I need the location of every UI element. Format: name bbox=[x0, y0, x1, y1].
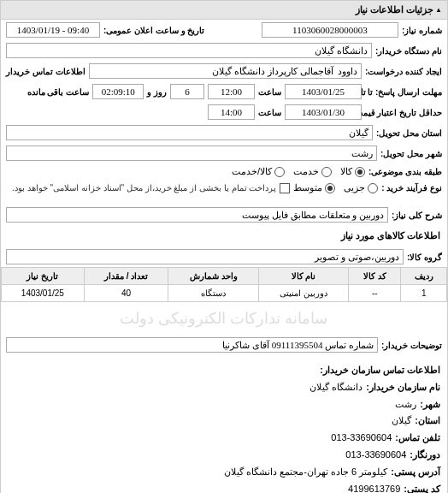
desc-input[interactable] bbox=[6, 207, 388, 223]
buyer-notes-label: توضیحات خریدار: bbox=[381, 341, 442, 350]
ci-address-label: آدرس پستی: bbox=[391, 464, 440, 481]
time-label-1: ساعت bbox=[258, 87, 281, 97]
buyer-org-label: نام دستگاه خریدار: bbox=[375, 46, 442, 56]
radio-medium-label: متوسط bbox=[293, 182, 322, 193]
remain-label: ساعت باقی مانده bbox=[27, 87, 90, 97]
group-input[interactable] bbox=[6, 249, 404, 264]
request-no-label: شماره نیاز: bbox=[402, 26, 442, 35]
radio-medium[interactable] bbox=[325, 183, 335, 193]
contact-title: اطلاعات تماس سازمان خریدار: bbox=[320, 362, 440, 379]
city-label: شهر محل تحویل: bbox=[380, 149, 442, 158]
table-header: ردیف bbox=[401, 268, 447, 285]
radio-khedmat[interactable] bbox=[321, 167, 332, 177]
request-no-input[interactable] bbox=[262, 22, 398, 38]
validity-date-input[interactable] bbox=[285, 104, 362, 120]
table-cell: 40 bbox=[84, 285, 168, 302]
ci-address: کیلومتر 6 جاده تهران-مجتمع دانشگاه گیلان bbox=[224, 464, 387, 481]
pay-checkbox[interactable] bbox=[280, 183, 290, 193]
radio-small-label: جزیی bbox=[344, 182, 365, 193]
radio-kala-label: کالا bbox=[340, 166, 352, 177]
day-label: روز و bbox=[147, 87, 167, 97]
process-radio-group: جزیی متوسط bbox=[293, 182, 378, 193]
panel-title: جزئیات اطلاعات نیاز bbox=[356, 4, 433, 15]
ci-province-label: استان: bbox=[415, 413, 440, 430]
buyer-notes-input[interactable] bbox=[6, 337, 378, 353]
table-header: کد کالا bbox=[349, 268, 401, 285]
table-cell: دستگاه bbox=[168, 285, 258, 302]
table-cell: دوربین امنیتی bbox=[258, 285, 348, 302]
table-row[interactable]: 1--دوربین امنیتیدستگاه401403/01/25 bbox=[2, 285, 447, 302]
announce-input[interactable] bbox=[6, 22, 100, 38]
announce-label: تاریخ و ساعت اعلان عمومی: bbox=[103, 26, 204, 35]
ci-fax-label: دورنگار: bbox=[410, 447, 440, 464]
desc-label: شرح کلی نیاز: bbox=[392, 211, 442, 220]
table-header: تاریخ نیاز bbox=[2, 268, 85, 285]
panel-header[interactable]: جزئیات اطلاعات نیاز bbox=[1, 1, 447, 20]
ci-postcode: 4199613769 bbox=[348, 481, 400, 493]
buyer-contact-label: اطلاعات تماس خریدار bbox=[6, 67, 85, 76]
ci-phone-label: تلفن تماس: bbox=[395, 430, 440, 447]
remain-time-input[interactable] bbox=[92, 84, 144, 99]
deadline-date-input[interactable] bbox=[285, 84, 362, 99]
radio-small[interactable] bbox=[368, 183, 378, 193]
radio-khedmat-label: خدمت bbox=[293, 166, 319, 177]
radio-kalakhedmat[interactable] bbox=[274, 167, 285, 177]
table-cell: 1403/01/25 bbox=[2, 285, 85, 302]
province-input[interactable] bbox=[6, 125, 373, 140]
radio-kalakhedmat-label: کالا/خدمت bbox=[232, 166, 272, 177]
table-header: تعداد / مقدار bbox=[84, 268, 168, 285]
ci-province: گیلان bbox=[392, 413, 411, 430]
subject-type-label: طبقه بندی موضوعی: bbox=[368, 167, 442, 176]
ci-fax: 013-33690604 bbox=[345, 447, 406, 464]
ci-postcode-label: کد پستی: bbox=[404, 481, 440, 493]
table-header: واحد شمارش bbox=[168, 268, 258, 285]
pay-note: پرداخت تمام یا بخشی از مبلغ خرید،از محل … bbox=[12, 183, 276, 193]
creator-label: ایجاد کننده درخواست: bbox=[365, 67, 442, 76]
watermark: سامانه تدارکات الکترونیکی دولت bbox=[1, 302, 447, 335]
validity-time-input[interactable] bbox=[208, 104, 255, 120]
subject-radio-group: کالا خدمت کالا/خدمت bbox=[232, 166, 365, 177]
process-label: نوع فرآیند خرید : bbox=[381, 183, 442, 193]
ci-org: دانشگاه گیلان bbox=[309, 379, 363, 396]
buyer-org-input[interactable] bbox=[6, 43, 372, 58]
time-label-2: ساعت bbox=[258, 108, 281, 117]
ci-city-label: شهر: bbox=[420, 396, 440, 413]
validity-label: حداقل تاریخ اعتبار قیمت: تا تاریخ: bbox=[365, 108, 442, 117]
items-title: اطلاعات کالاهای مورد نیاز bbox=[1, 225, 447, 246]
province-label: استان محل تحویل: bbox=[376, 128, 442, 138]
radio-kala[interactable] bbox=[355, 167, 365, 177]
deadline-time-input[interactable] bbox=[208, 84, 255, 99]
days-remain-input[interactable] bbox=[170, 84, 204, 99]
ci-city: رشت bbox=[395, 396, 416, 413]
ci-org-label: نام سازمان خریدار: bbox=[366, 379, 440, 396]
table-header: نام کالا bbox=[258, 268, 348, 285]
city-input[interactable] bbox=[6, 146, 377, 161]
creator-input[interactable] bbox=[89, 63, 363, 79]
table-cell: -- bbox=[349, 285, 401, 302]
items-table: ردیفکد کالانام کالاواحد شمارشتعداد / مقد… bbox=[1, 267, 447, 302]
group-label: گروه کالا: bbox=[407, 252, 442, 262]
deadline-label: مهلت ارسال پاسخ: تا تاریخ: bbox=[365, 87, 442, 97]
table-cell: 1 bbox=[401, 285, 447, 302]
ci-phone: 013-33690604 bbox=[331, 430, 392, 447]
